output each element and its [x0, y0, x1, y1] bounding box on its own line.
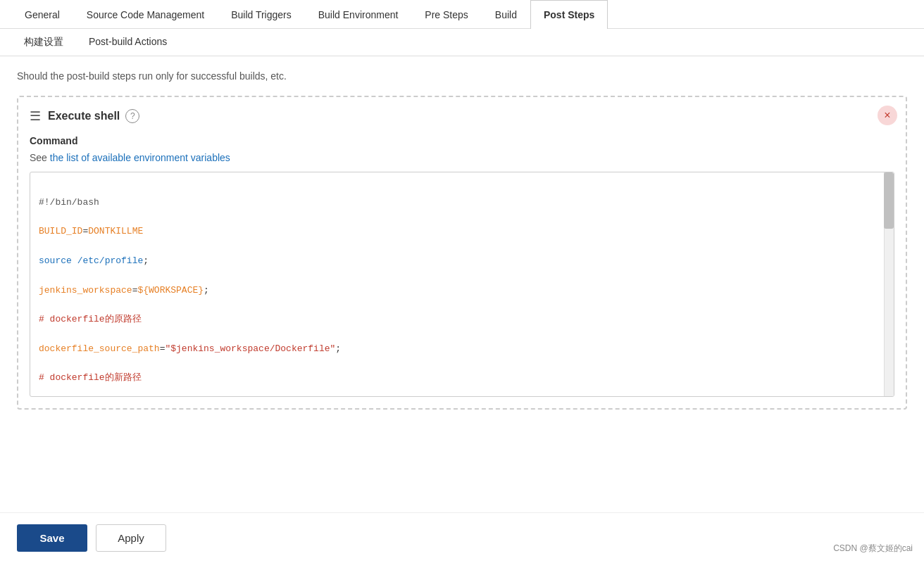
scrollbar-thumb[interactable] — [884, 172, 894, 229]
top-tabs: General Source Code Management Build Tri… — [0, 0, 924, 29]
shell-header: ☰ Execute shell ? — [30, 108, 894, 124]
code-display: #!/bin/bash BUILD_ID=DONTKILLME source /… — [30, 172, 882, 396]
second-tabs: 构建设置 Post-build Actions — [0, 29, 924, 56]
code-editor-wrapper: #!/bin/bash BUILD_ID=DONTKILLME source /… — [30, 172, 894, 397]
tab-build-triggers[interactable]: Build Triggers — [218, 0, 305, 29]
see-env-vars-text: See the list of available environment va… — [30, 152, 894, 163]
help-icon[interactable]: ? — [125, 109, 139, 123]
shell-title: Execute shell — [48, 110, 120, 122]
execute-shell-block: ☰ Execute shell ? × Command See the list… — [17, 96, 907, 410]
tab-post-steps[interactable]: Post Steps — [530, 0, 608, 29]
tab-build-environment[interactable]: Build Environment — [305, 0, 412, 29]
tab-pre-steps[interactable]: Pre Steps — [411, 0, 481, 29]
tab-build[interactable]: Build — [482, 0, 530, 29]
tab-build-settings[interactable]: 构建设置 — [11, 29, 76, 56]
tab-post-build-actions[interactable]: Post-build Actions — [76, 29, 180, 56]
main-content: Should the post-build steps run only for… — [0, 56, 924, 438]
page-description: Should the post-build steps run only for… — [17, 70, 907, 82]
close-button[interactable]: × — [878, 106, 897, 125]
tab-source-code-management[interactable]: Source Code Management — [73, 0, 218, 29]
tab-general[interactable]: General — [11, 0, 73, 29]
drag-handle-icon[interactable]: ☰ — [30, 108, 41, 124]
scrollbar-track — [884, 172, 894, 396]
env-vars-link[interactable]: the list of available environment variab… — [50, 152, 230, 163]
command-label: Command — [30, 135, 894, 146]
